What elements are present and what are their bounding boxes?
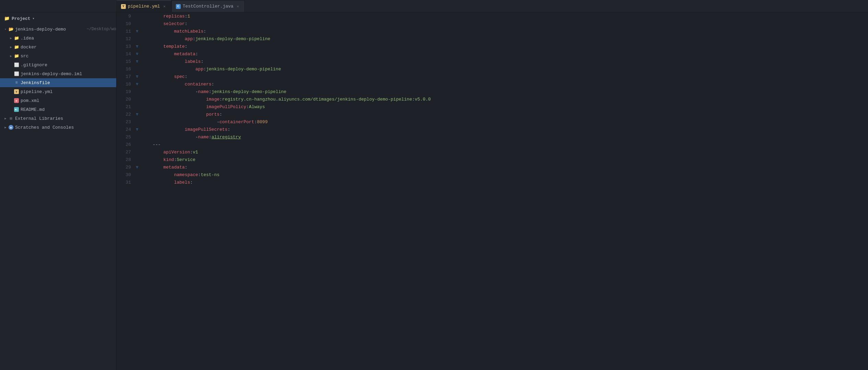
yaml-key: ports <box>206 112 219 117</box>
code-line: image: registry.cn-hangzhou.aliyuncs.com… <box>142 95 868 103</box>
indent-space <box>142 59 185 64</box>
line-number: 9 <box>117 12 131 20</box>
tab-close-controller[interactable]: ✕ <box>236 4 240 9</box>
yaml-colon: : <box>193 36 195 42</box>
line-number: 29 <box>117 163 131 171</box>
yaml-key: replicas <box>163 14 184 19</box>
gutter-mark <box>134 148 141 156</box>
sidebar-item-gitignore[interactable]: ▶ ⬜ .gitignore <box>0 60 116 69</box>
indent-space <box>142 89 195 94</box>
sidebar-item-idea[interactable]: ▶ 📁 .idea <box>0 34 116 43</box>
yaml-colon: : <box>209 89 212 94</box>
tab-test-controller[interactable]: C TestController.java ✕ <box>171 0 245 12</box>
gutter-mark[interactable]: ▽ <box>134 58 141 65</box>
yaml-colon: : <box>185 44 188 49</box>
src-folder-icon: 📁 <box>14 53 19 59</box>
yaml-colon: : <box>190 180 193 185</box>
yaml-colon: : <box>185 14 188 19</box>
idea-folder-icon: 📁 <box>14 35 19 41</box>
editor[interactable]: 9101112131415161718192021222324252627282… <box>117 12 868 370</box>
yml-label: pipeline.yml <box>21 89 116 94</box>
yaml-colon: : <box>185 21 188 26</box>
main-area: 📁 Project ▾ ▾ 📂 jenkins-deploy-demo ~/De… <box>0 12 868 370</box>
code-line: app: jenkins-deploy-demo-pipeline <box>142 65 868 73</box>
sidebar-item-readme[interactable]: ▶ M↓ README.md <box>0 105 116 114</box>
yaml-value: jenkins-deploy-demo-pipeline <box>206 67 281 72</box>
tab-close-pipeline[interactable]: ✕ <box>162 4 167 9</box>
sidebar-item-pom-xml[interactable]: ▶ m pom.xml <box>0 96 116 105</box>
iml-label: jenkins-deploy-demo.iml <box>21 71 116 77</box>
sidebar-item-jenkinsfile[interactable]: ▶ ≡ Jenkinsfile <box>0 78 116 87</box>
line-number: 18 <box>117 80 131 88</box>
gutter-mark[interactable]: ▽ <box>134 163 141 171</box>
gutter-mark[interactable]: ▽ <box>134 73 141 80</box>
gutter-mark[interactable]: ▽ <box>134 50 141 58</box>
sidebar-item-src[interactable]: ▶ 📁 src <box>0 51 116 60</box>
yaml-key: containerPort <box>219 119 254 125</box>
line-number: 14 <box>117 50 131 58</box>
yaml-key: name <box>198 135 209 140</box>
yaml-colon: : <box>201 59 204 64</box>
java-icon: C <box>176 4 181 9</box>
yaml-key: imagePullSecrets <box>185 127 228 132</box>
gutter-mark[interactable]: ▽ <box>134 80 141 88</box>
indent-space <box>142 165 163 170</box>
gutter-mark[interactable]: ▽ <box>134 27 141 35</box>
tab-pipeline-yml[interactable]: Y pipeline.yml ✕ <box>117 0 171 12</box>
line-number: 16 <box>117 65 131 73</box>
indent-space <box>142 112 206 117</box>
sidebar: 📁 Project ▾ ▾ 📂 jenkins-deploy-demo ~/De… <box>0 12 117 370</box>
yaml-key: imagePullPolicy <box>206 104 246 109</box>
code-line: ports: <box>142 111 868 118</box>
indent-space <box>142 135 195 140</box>
line-number: 22 <box>117 111 131 118</box>
indent-space <box>142 36 185 42</box>
yaml-separator: --- <box>153 142 160 147</box>
tree-root[interactable]: ▾ 📂 jenkins-deploy-demo ~/Desktop/wo <box>0 25 116 34</box>
scratches-icon: ◉ <box>8 125 14 130</box>
sidebar-item-scratches[interactable]: ▶ ◉ Scratches and Consoles <box>0 123 116 132</box>
code-line: selector: <box>142 20 868 27</box>
sidebar-item-pipeline-yml[interactable]: ▶ Y pipeline.yml <box>0 87 116 96</box>
code-line: app: jenkins-deploy-demo-pipeline <box>142 35 868 43</box>
yaml-key: app <box>185 36 193 42</box>
yaml-key: metadata <box>174 51 195 57</box>
yaml-colon: : <box>209 135 212 140</box>
yaml-number: 8099 <box>257 119 267 125</box>
yaml-colon: : <box>190 150 193 155</box>
tab-bar: Y pipeline.yml ✕ C TestController.java ✕ <box>0 0 868 12</box>
gutter-mark <box>134 103 141 111</box>
line-number: 15 <box>117 58 131 65</box>
gutter-mark[interactable]: ▽ <box>134 43 141 50</box>
gutter-mark[interactable]: ▽ <box>134 126 141 133</box>
sidebar-item-iml[interactable]: ▶ ⬜ jenkins-deploy-demo.iml <box>0 69 116 78</box>
yaml-key: image <box>206 97 219 102</box>
yaml-colon: : <box>185 165 188 170</box>
yaml-colon: : <box>185 74 188 79</box>
project-header[interactable]: 📁 Project ▾ <box>0 12 116 25</box>
code-area: replicas: 1 selector: matchLabels: app: … <box>141 12 868 370</box>
line-number: 19 <box>117 88 131 95</box>
line-number: 30 <box>117 171 131 178</box>
yaml-value: Always <box>249 104 265 109</box>
yaml-colon: : <box>203 67 206 72</box>
iml-icon: ⬜ <box>14 71 19 77</box>
tab-label-pipeline: pipeline.yml <box>128 4 160 9</box>
code-line: matchLabels: <box>142 27 868 35</box>
gutter-mark[interactable]: ▽ <box>134 111 141 118</box>
yaml-colon: : <box>203 29 206 34</box>
gutter-mark <box>134 12 141 20</box>
docker-expand-icon: ▶ <box>8 44 14 50</box>
line-number: 23 <box>117 118 131 126</box>
yaml-key: labels <box>185 59 201 64</box>
gitignore-label: .gitignore <box>21 62 116 68</box>
sidebar-item-external-libs[interactable]: ▶ ⊞ External Libraries <box>0 114 116 123</box>
sidebar-item-docker[interactable]: ▶ 📁 docker <box>0 43 116 51</box>
indent-space <box>142 157 163 162</box>
indent-space <box>142 104 206 109</box>
code-line: kind: Service <box>142 156 868 163</box>
code-line: labels: <box>142 178 868 186</box>
yaml-value: registry.cn-hangzhou.aliyuncs.com/dtimag… <box>222 97 431 102</box>
pom-icon: m <box>14 98 19 103</box>
project-label: Project <box>12 16 31 21</box>
